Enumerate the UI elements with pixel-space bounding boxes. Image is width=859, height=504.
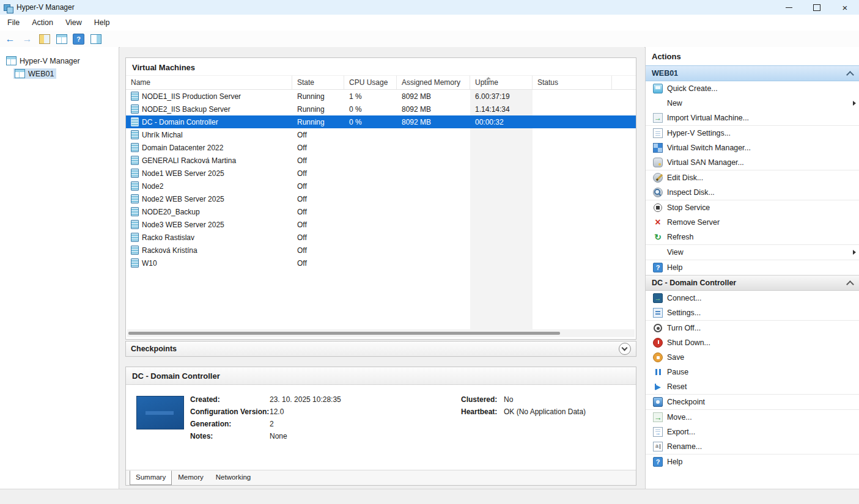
vm-icon [131, 143, 139, 152]
tab-memory[interactable]: Memory [172, 470, 210, 485]
forward-button[interactable]: → [20, 32, 35, 46]
title-bar: Hyper-V Manager × [0, 0, 859, 15]
action-virtual-san-manager[interactable]: Virtual SAN Manager... [646, 155, 859, 170]
collapse-icon [846, 71, 854, 79]
action-refresh[interactable]: ↻ Refresh [646, 230, 859, 244]
hyperv-manager-icon [6, 56, 17, 65]
tree-item-hyperv-manager[interactable]: Hyper-V Manager [0, 54, 119, 67]
help-button[interactable]: ? [71, 32, 86, 46]
action-import-virtual-machine[interactable]: → Import Virtual Machine... [646, 111, 859, 125]
action-reset[interactable]: ▶ Reset [646, 379, 859, 394]
action-connect[interactable]: → Connect... [646, 291, 859, 305]
action-pause[interactable]: Pause [646, 365, 859, 379]
horizontal-scrollbar[interactable] [127, 329, 635, 337]
refresh-icon: ↻ [653, 232, 663, 242]
vm-icon [131, 194, 139, 203]
center-panel: Virtual Machines Name State CPU Usage As… [120, 47, 644, 489]
notes-value: None [270, 430, 287, 442]
minimize-button[interactable] [775, 0, 803, 15]
column-header-state[interactable]: State [292, 76, 344, 89]
vm-row[interactable]: NODE20_Backup Off [126, 205, 636, 218]
action-checkpoint[interactable]: Checkpoint [646, 395, 859, 409]
back-button[interactable]: ← [2, 32, 18, 46]
vm-icon [131, 233, 139, 242]
vm-row-selected[interactable]: DC - Domain Controller Running0 % 8092 M… [126, 115, 636, 128]
tab-summary[interactable]: Summary [130, 470, 172, 485]
reset-icon: ▶ [653, 382, 663, 392]
action-stop-service[interactable]: Stop Service [646, 200, 859, 215]
vm-row[interactable]: Node2 Off [126, 180, 636, 192]
action-rename[interactable]: Rename... [646, 439, 859, 454]
action-help-dc[interactable]: ? Help [646, 455, 859, 469]
action-shut-down[interactable]: Shut Down... [646, 335, 859, 350]
vm-row[interactable]: Domain Datacenter 2022 Off [126, 141, 636, 154]
vm-icon [131, 258, 139, 268]
action-virtual-switch-manager[interactable]: Virtual Switch Manager... [646, 141, 859, 155]
vm-row[interactable]: NODE2_IIS Backup Server Running0 % 8092 … [126, 103, 636, 115]
vm-row[interactable]: Uhrík Michal Off [126, 128, 636, 141]
maximize-button[interactable] [803, 0, 831, 15]
action-hyperv-settings[interactable]: Hyper-V Settings... [646, 126, 859, 141]
action-inspect-disk[interactable]: Inspect Disk... [646, 185, 859, 200]
checkpoints-expand-button[interactable] [619, 343, 631, 355]
column-header-uptime[interactable]: Uptime [470, 76, 533, 89]
column-header-name[interactable]: Name [126, 76, 292, 89]
action-turn-off[interactable]: Turn Off... [646, 321, 859, 335]
submenu-arrow-icon [853, 250, 856, 255]
shut-down-icon [653, 338, 663, 348]
list-icon [56, 34, 67, 44]
action-settings[interactable]: Settings... [646, 305, 859, 320]
action-move[interactable]: → Move... [646, 410, 859, 425]
action-new[interactable]: New [646, 96, 859, 111]
vm-icon [131, 156, 139, 165]
action-help-web01[interactable]: ? Help [646, 260, 859, 275]
help-icon: ? [73, 34, 84, 45]
maximize-icon [813, 4, 820, 11]
actions-section-dc-domain-controller[interactable]: DC - Domain Controller [646, 275, 859, 291]
action-export[interactable]: → Export... [646, 425, 859, 439]
show-hide-action-pane-button[interactable] [88, 32, 103, 46]
menu-action[interactable]: Action [26, 16, 59, 29]
tab-networking[interactable]: Networking [210, 470, 257, 485]
vm-row[interactable]: Racko Rastislav Off [126, 231, 636, 244]
vm-row[interactable]: Node1 WEB Server 2025 Off [126, 167, 636, 180]
tree-root-label: Hyper-V Manager [20, 57, 80, 65]
app-icon [4, 3, 13, 12]
turn-off-icon [653, 323, 663, 333]
action-view[interactable]: View [646, 245, 859, 260]
menu-file[interactable]: File [1, 16, 26, 29]
tree-item-web01[interactable]: WEB01 [0, 67, 119, 80]
vm-row[interactable]: GENERALI Racková Martina Off [126, 154, 636, 167]
quick-create-icon [653, 84, 663, 93]
close-button[interactable]: × [831, 0, 859, 15]
action-quick-create[interactable]: Quick Create... [646, 81, 859, 96]
menu-view[interactable]: View [59, 16, 88, 29]
move-icon: → [653, 412, 663, 422]
vm-row[interactable]: Node3 WEB Server 2025 Off [126, 218, 636, 231]
vm-icon [131, 130, 139, 139]
console-tree-icon [39, 34, 50, 44]
action-remove-server[interactable]: × Remove Server [646, 215, 859, 230]
vm-row[interactable]: W10 Off [126, 257, 636, 269]
menu-help[interactable]: Help [88, 16, 116, 29]
menu-bar: File Action View Help [0, 15, 859, 31]
back-arrow-icon: ← [6, 34, 15, 45]
tree-server-label: WEB01 [28, 70, 54, 78]
virtual-switch-manager-icon [653, 143, 663, 153]
vm-icon [131, 104, 139, 114]
vm-row[interactable]: Node2 WEB Server 2025 Off [126, 192, 636, 205]
vm-row[interactable]: NODE1_IIS Production Server Running1 % 8… [126, 90, 636, 103]
actions-section-web01[interactable]: WEB01 [646, 65, 859, 81]
sort-ascending-icon [486, 77, 491, 79]
scrollbar-thumb[interactable] [128, 332, 560, 335]
vm-thumbnail[interactable] [136, 396, 184, 429]
action-save[interactable]: Save [646, 350, 859, 365]
action-edit-disk[interactable]: Edit Disk... [646, 170, 859, 185]
export-list-button[interactable] [54, 32, 69, 46]
clustered-label: Clustered: [461, 393, 504, 406]
column-header-status[interactable]: Status [533, 76, 612, 89]
column-header-cpu[interactable]: CPU Usage [344, 76, 397, 89]
vm-row[interactable]: Racková Kristína Off [126, 244, 636, 257]
show-hide-console-tree-button[interactable] [37, 32, 52, 46]
column-header-memory[interactable]: Assigned Memory [397, 76, 470, 89]
